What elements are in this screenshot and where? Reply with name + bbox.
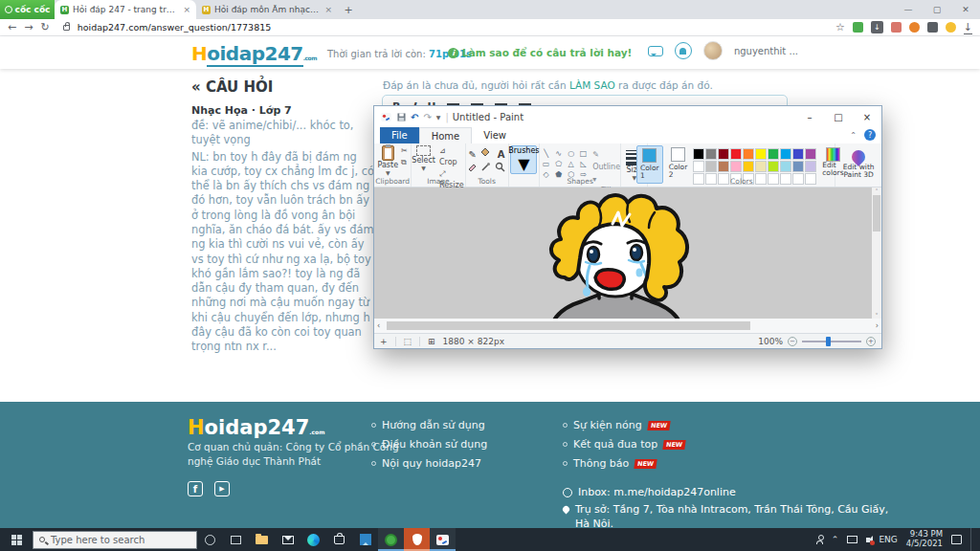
paint-tab-file[interactable]: File — [380, 127, 419, 143]
chat-icon[interactable] — [648, 46, 663, 56]
palette-color[interactable] — [805, 161, 816, 172]
network-icon[interactable] — [847, 536, 858, 543]
palette-color[interactable] — [768, 148, 779, 160]
close-button[interactable]: ✕ — [951, 0, 980, 19]
paste-button[interactable]: Paste▼ — [378, 145, 399, 176]
start-button[interactable] — [0, 528, 33, 551]
shape-button[interactable]: ◺ — [577, 159, 590, 169]
footer-link[interactable]: Sự kiện nóngNEW — [563, 419, 685, 431]
paint-minimize-button[interactable]: – — [795, 106, 824, 127]
back-icon[interactable]: ← — [8, 21, 16, 33]
undo-icon[interactable]: ↶ — [411, 112, 418, 122]
file-explorer-button[interactable] — [249, 528, 275, 551]
palette-color[interactable] — [718, 148, 729, 160]
paint-tab-view[interactable]: View — [472, 127, 518, 143]
shield-app-button[interactable] — [404, 528, 430, 551]
browser-tab-inactive[interactable]: H Hỏi đáp môn Âm nhạc, Mỹ t × — [196, 0, 338, 19]
zoom-out-button[interactable]: − — [788, 337, 797, 346]
forward-icon[interactable]: → — [24, 21, 33, 33]
palette-color[interactable] — [730, 148, 742, 160]
scrollbar-thumb[interactable] — [387, 321, 750, 330]
coccoc-taskbar-button[interactable] — [378, 528, 404, 551]
palette-color[interactable] — [780, 148, 791, 160]
palette-color[interactable] — [730, 161, 742, 172]
savior-extension-icon[interactable] — [853, 22, 863, 33]
username[interactable]: nguyenthit ... — [734, 46, 798, 56]
taskbar-clock[interactable]: 9:43 PM4/5/2021 — [906, 530, 943, 549]
tab-close-icon[interactable]: × — [183, 5, 190, 14]
palette-color[interactable] — [792, 161, 804, 172]
help-icon[interactable]: ? — [864, 129, 876, 141]
shape-button[interactable]: ∿ — [552, 148, 565, 159]
edge-button[interactable] — [301, 528, 326, 551]
eraser-tool-icon[interactable] — [466, 162, 477, 172]
redo-icon[interactable]: ↷ — [423, 112, 431, 122]
volume-muted-icon[interactable] — [866, 538, 870, 542]
canvas-horizontal-scrollbar[interactable]: ‹› — [374, 319, 881, 333]
palette-color[interactable] — [718, 161, 729, 172]
footer-link[interactable]: Hướng dẫn sử dụng — [371, 419, 487, 431]
shape-button[interactable]: □ — [577, 148, 590, 159]
download-manager-icon[interactable]: ↓ — [871, 21, 883, 33]
maximize-button[interactable]: ▢ — [923, 0, 951, 19]
shape-button[interactable]: ⬠ — [552, 159, 565, 169]
palette-color[interactable] — [743, 148, 754, 160]
palette-color[interactable] — [693, 161, 704, 172]
eyedropper-tool-icon[interactable] — [480, 162, 491, 172]
palette-color[interactable] — [768, 161, 779, 172]
copy-icon[interactable]: ⧉ — [401, 158, 407, 166]
youtube-icon[interactable]: ▶ — [214, 481, 230, 496]
coccoc-brand[interactable]: cốc cốc — [0, 0, 55, 19]
magnifier-tool-icon[interactable] — [495, 162, 505, 172]
palette-color[interactable] — [755, 148, 767, 160]
qat-dropdown-icon[interactable]: ▼ — [436, 114, 441, 121]
zoom-slider[interactable] — [802, 341, 861, 342]
select-button[interactable]: Select▼ — [412, 145, 435, 171]
save-icon[interactable] — [397, 113, 406, 121]
show-desktop-button[interactable] — [970, 528, 974, 551]
footer-link[interactable]: Thông báoNEW — [563, 457, 685, 470]
extension-red-icon[interactable] — [891, 22, 902, 33]
paint-taskbar-button[interactable] — [430, 528, 456, 551]
shape-button[interactable]: ▭ — [540, 159, 552, 169]
paint-close-button[interactable]: × — [853, 106, 881, 127]
crop-button[interactable]: ⊿ Crop — [439, 146, 457, 166]
palette-color[interactable] — [705, 148, 717, 160]
minimize-button[interactable]: — — [894, 0, 923, 19]
zoom-in-button[interactable]: + — [866, 337, 876, 346]
paint-tab-home[interactable]: Home — [419, 127, 473, 143]
paint-canvas[interactable] — [374, 187, 881, 319]
shape-button[interactable]: △ — [565, 159, 577, 169]
bookmark-star-icon[interactable]: ☆ — [835, 21, 845, 33]
paint-window[interactable]: ↶ ↷ ▼ | Untitled - Paint – □ × File Home… — [373, 105, 882, 349]
tip-link[interactable]: i Làm sao để có câu trả lời hay! — [448, 47, 632, 58]
pencil-tool-icon[interactable]: ✎ — [466, 147, 479, 161]
shape-button[interactable]: ○ — [565, 148, 577, 159]
brushes-button[interactable]: Brushes▼ — [510, 145, 537, 174]
action-center-icon[interactable] — [951, 535, 962, 544]
site-logo[interactable]: Hoidap247.com — [191, 42, 317, 65]
palette-color[interactable] — [792, 148, 804, 160]
user-avatar[interactable] — [703, 41, 723, 60]
collapse-ribbon-icon[interactable]: ⌃ — [850, 131, 857, 140]
extension-yellow-icon[interactable] — [946, 22, 956, 33]
refresh-icon[interactable]: ↻ — [40, 21, 49, 33]
footer-inbox[interactable]: Inbox: m.me/hoidap247online — [563, 486, 736, 498]
new-tab-button[interactable]: + — [338, 0, 359, 19]
footer-link[interactable]: Kết quả đua topNEW — [563, 438, 685, 451]
palette-color[interactable] — [743, 161, 754, 172]
cut-icon[interactable]: ✂ — [401, 146, 408, 155]
footer-link[interactable]: Điều khoản sử dụng — [371, 438, 487, 451]
footer-logo[interactable]: Hoidap247.com — [188, 416, 325, 439]
cortana-button[interactable] — [197, 528, 223, 551]
text-tool-icon[interactable]: A — [495, 147, 508, 161]
extensions-puzzle-icon[interactable] — [927, 22, 938, 33]
facebook-icon[interactable]: f — [188, 481, 203, 496]
palette-color[interactable] — [755, 161, 767, 172]
extension-orange-icon[interactable] — [909, 22, 920, 33]
mail-button[interactable] — [275, 528, 301, 551]
paint-titlebar[interactable]: ↶ ↷ ▼ | Untitled - Paint – □ × — [374, 106, 881, 127]
url-text[interactable]: hoidap247.com/answer_question/1773815 — [78, 22, 828, 33]
people-icon[interactable] — [816, 540, 823, 544]
tray-expand-icon[interactable]: ⌃ — [832, 535, 839, 544]
